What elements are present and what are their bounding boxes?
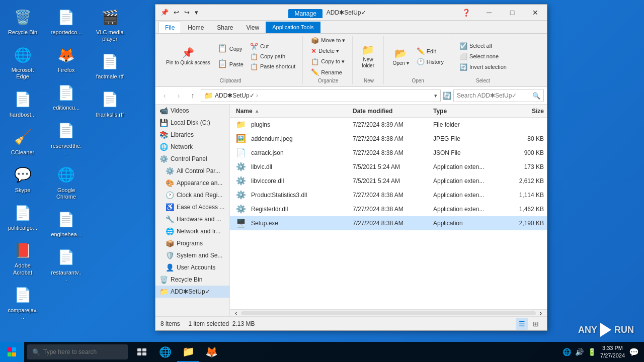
- refresh-button[interactable]: 🔄: [443, 92, 451, 100]
- table-row[interactable]: 📄 carrack.json 7/27/2024 8:38 AM JSON Fi…: [230, 146, 547, 160]
- desktop-icon-adobe-acrobat[interactable]: 📕 Adobe Acrobat: [5, 238, 40, 278]
- sidebar-item-user-accounts[interactable]: 👤 User Accounts: [155, 261, 229, 274]
- select-none-button[interactable]: ⬜ Select none: [456, 52, 510, 61]
- table-row[interactable]: 🖥️ Setup.exe 7/27/2024 8:38 AM Applicati…: [230, 216, 547, 230]
- pin-button[interactable]: 📌: [158, 8, 171, 17]
- column-type[interactable]: Type: [433, 108, 504, 115]
- tab-file[interactable]: File: [158, 22, 181, 33]
- column-name[interactable]: Name ▲: [233, 108, 353, 115]
- desktop-icon-edge[interactable]: 🌐 Microsoft Edge: [5, 43, 40, 82]
- hscroll-left[interactable]: ‹: [231, 310, 241, 316]
- taskbar-search[interactable]: 🔍: [27, 344, 128, 359]
- paste-button[interactable]: 📋 Paste: [215, 57, 246, 71]
- table-row[interactable]: ⚙️ libvlc.dll 7/5/2021 5:24 AM Applicati…: [230, 160, 547, 174]
- sidebar-item-all-control-panel[interactable]: ⚙️ All Control Par...: [155, 165, 229, 177]
- close-button[interactable]: ✕: [524, 5, 547, 21]
- minimize-button[interactable]: ─: [477, 5, 501, 21]
- delete-button[interactable]: ✕ Delete ▾: [308, 46, 348, 56]
- copy-to-button[interactable]: 📋 Copy to ▾: [308, 57, 348, 66]
- sidebar-label-network-internet: Network and Ir...: [177, 228, 220, 235]
- search-input[interactable]: [457, 92, 532, 99]
- tab-home[interactable]: Home: [181, 22, 210, 33]
- history-button[interactable]: 🕐 History: [414, 57, 447, 66]
- sidebar-item-system[interactable]: 🛡️ System and Se...: [155, 249, 229, 261]
- details-view-button[interactable]: ☰: [516, 318, 528, 330]
- desktop-icon-recycle-bin[interactable]: 🗑️ Recycle Bin: [5, 5, 40, 38]
- sidebar-item-recycle-bin[interactable]: 🗑️ Recycle Bin: [155, 274, 229, 286]
- sidebar-item-clock[interactable]: 🕐 Clock and Regi...: [155, 189, 229, 201]
- rename-button[interactable]: ✏️ Rename: [308, 67, 348, 77]
- sidebar-scroll[interactable]: 📹 Videos 💾 Local Disk (C:) 📚 Libraries 🌐…: [155, 105, 229, 316]
- column-size[interactable]: Size: [504, 108, 544, 115]
- help-button[interactable]: ❓: [454, 5, 477, 21]
- table-row[interactable]: ⚙️ RegisterIdr.dll 7/27/2024 8:38 AM App…: [230, 202, 547, 216]
- start-button[interactable]: [0, 342, 24, 362]
- pin-to-quick-access-button[interactable]: 📌 Pin to Quick access: [163, 44, 214, 68]
- sidebar-item-network-internet[interactable]: 🌐 Network and Ir...: [155, 225, 229, 237]
- back-button[interactable]: ‹: [158, 89, 171, 102]
- sidebar-item-programs[interactable]: 📦 Programs: [155, 237, 229, 249]
- desktop-icon-chrome[interactable]: 🌐 Google Chrome: [49, 163, 84, 202]
- hscroll-right[interactable]: ›: [536, 310, 546, 316]
- taskbar-file-explorer-button[interactable]: 📁: [177, 342, 199, 362]
- copy-button[interactable]: 📋 Copy: [215, 41, 246, 56]
- sidebar-item-videos[interactable]: 📹 Videos: [155, 105, 229, 117]
- desktop-icon-thankslls[interactable]: 📄 thankslls.rtf: [92, 87, 127, 120]
- edit-button[interactable]: ✏️ Edit: [414, 46, 447, 56]
- taskbar-search-input[interactable]: [43, 348, 123, 355]
- redo-button[interactable]: ↪: [182, 8, 192, 17]
- invert-selection-button[interactable]: 🔄 Invert selection: [456, 62, 510, 72]
- sidebar-item-appearance[interactable]: 🎨 Appearance an...: [155, 177, 229, 189]
- desktop-icon-reservedthe[interactable]: 📄 reservedthe...: [49, 119, 84, 158]
- desktop-icon-vlc[interactable]: 🎬 VLC media player: [92, 5, 127, 44]
- column-date[interactable]: Date modified: [353, 108, 433, 115]
- tab-view[interactable]: View: [239, 22, 266, 33]
- cut-button[interactable]: ✂️ Cut: [247, 42, 298, 51]
- desktop-icon-editioncu[interactable]: 📄 editioncu...: [49, 80, 84, 113]
- paste-shortcut-button[interactable]: 📋 Paste shortcut: [247, 62, 298, 71]
- forward-button[interactable]: ›: [173, 89, 185, 102]
- sidebar-item-local-disk-c[interactable]: 💾 Local Disk (C:): [155, 117, 229, 129]
- sidebar-item-control-panel[interactable]: ⚙️ Control Panel: [155, 153, 229, 165]
- new-folder-button[interactable]: 📁 Newfolder: [358, 41, 378, 71]
- search-box[interactable]: 🔍: [453, 89, 544, 102]
- sidebar-item-hardware[interactable]: 🔧 Hardware and ...: [155, 213, 229, 225]
- desktop-icon-hardbost[interactable]: 📄 hardbost...: [5, 87, 40, 120]
- desktop-icon-reportedco[interactable]: 📄 reportedco...: [49, 5, 84, 38]
- desktop-icon-firefox[interactable]: 🦊 Firefox: [49, 43, 84, 75]
- sidebar-item-ease-of-access[interactable]: ♿ Ease of Access ...: [155, 201, 229, 213]
- table-row[interactable]: ⚙️ ProductStatistics3.dll 7/27/2024 8:38…: [230, 188, 547, 202]
- taskbar-firefox-button[interactable]: 🦊: [200, 342, 222, 362]
- move-to-button[interactable]: 📦 Move to ▾: [308, 36, 348, 45]
- large-icons-view-button[interactable]: ⊞: [530, 318, 542, 330]
- notification-icon[interactable]: 💬: [629, 347, 639, 357]
- desktop-icon-politicalgo[interactable]: 📄 politicalgo...: [5, 201, 40, 233]
- maximize-button[interactable]: □: [501, 5, 524, 21]
- desktop-icon-comparejav[interactable]: 📄 comparejav...: [5, 283, 40, 322]
- address-dropdown[interactable]: ▾: [434, 93, 437, 99]
- sidebar-item-add-setup[interactable]: 📁 ADD✱SetUp✓: [155, 286, 229, 298]
- up-button[interactable]: ↑: [187, 89, 199, 102]
- desktop-icon-factmale[interactable]: 📄 factmale.rtf: [92, 49, 127, 82]
- taskbar-edge-button[interactable]: 🌐: [154, 342, 176, 362]
- open-button[interactable]: 📂 Open ▾: [389, 45, 412, 68]
- taskbar-clock[interactable]: 3:33 PM 7/27/2024: [600, 344, 625, 360]
- sidebar-item-network[interactable]: 🌐 Network: [155, 141, 229, 153]
- sidebar-item-libraries[interactable]: 📚 Libraries: [155, 129, 229, 141]
- taskview-button[interactable]: [131, 342, 153, 362]
- desktop-icon-ccleaner[interactable]: 🧹 CCleaner: [5, 125, 40, 158]
- tab-application-tools[interactable]: Application Tools: [266, 22, 320, 33]
- horizontal-scrollbar[interactable]: ‹ ›: [230, 309, 547, 316]
- address-box[interactable]: 📁 ADD✱SetUp✓ › ▾: [201, 89, 441, 102]
- desktop-icon-enginehea[interactable]: 📄 enginehea...: [49, 207, 84, 240]
- desktop-icon-skype[interactable]: 💬 Skype: [5, 163, 40, 196]
- select-all-button[interactable]: ☑️ Select all: [456, 41, 510, 51]
- desktop-icon-restaurantv[interactable]: 📄 restaurantv...: [49, 245, 84, 285]
- copy-path-button[interactable]: 📋 Copy path: [247, 52, 298, 61]
- undo-button[interactable]: ↩: [172, 8, 181, 17]
- dropdown-button[interactable]: ▾: [193, 8, 200, 17]
- table-row[interactable]: ⚙️ libvlccore.dll 7/5/2021 5:24 AM Appli…: [230, 174, 547, 188]
- table-row[interactable]: 📁 plugins 7/27/2024 8:39 AM File folder: [230, 118, 547, 132]
- table-row[interactable]: 🖼️ addendum.jpeg 7/27/2024 8:38 AM JPEG …: [230, 132, 547, 146]
- tab-share[interactable]: Share: [210, 22, 239, 33]
